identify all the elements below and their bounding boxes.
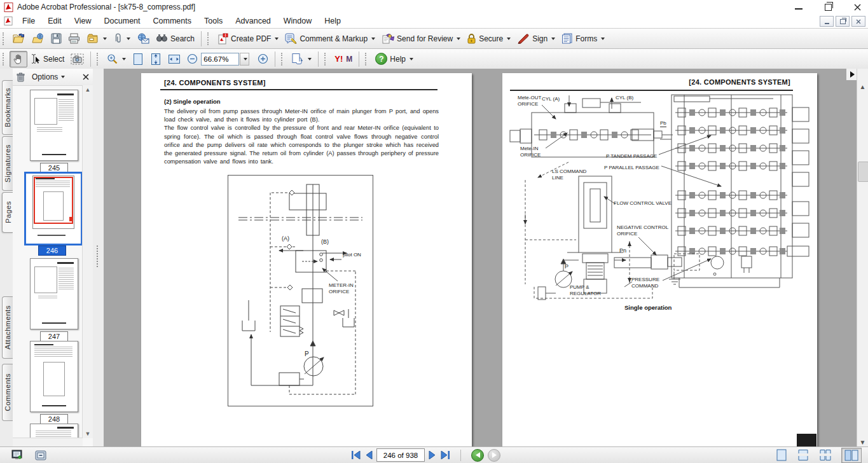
minimize-button[interactable] — [794, 3, 803, 11]
splitter-grip[interactable] — [97, 245, 100, 267]
panel-close-button[interactable] — [83, 74, 89, 80]
scroll-up-icon[interactable]: ▲ — [857, 81, 868, 92]
scrollbar-thumb[interactable] — [858, 162, 868, 182]
organizer-button[interactable] — [83, 31, 110, 46]
fit-page-button[interactable] — [147, 50, 165, 68]
toolbar-grip[interactable] — [365, 53, 369, 66]
save-button[interactable] — [48, 31, 65, 46]
document-scrollbar[interactable]: ▲ ▼ — [857, 69, 868, 447]
expand-panel-icon[interactable] — [846, 69, 857, 80]
toolbar-grip[interactable] — [281, 53, 286, 66]
send-review-label: Send for Review — [397, 34, 453, 43]
sidebar-tab-signatures[interactable]: Signatures — [2, 136, 13, 191]
scroll-up-icon[interactable]: ▲ — [83, 85, 92, 94]
zoom-level-dropdown[interactable] — [240, 53, 249, 66]
snapshot-button[interactable] — [67, 51, 87, 67]
create-pdf-button[interactable]: Create PDF — [214, 31, 282, 47]
help-button[interactable]: ? Help — [372, 50, 417, 67]
thumbnail-248[interactable]: 248 — [30, 341, 78, 424]
send-review-dropdown-arrow — [457, 38, 460, 40]
open-button[interactable] — [10, 31, 29, 46]
ls-command-line-label: LS COMMAND LINE — [552, 169, 586, 181]
close-button[interactable] — [853, 3, 862, 11]
thumbnail-preview — [32, 176, 74, 229]
page-layout-button[interactable] — [288, 50, 315, 67]
page-number-input[interactable] — [376, 448, 425, 462]
doc-restore-button[interactable] — [836, 16, 850, 27]
continuous-icon[interactable] — [797, 448, 809, 462]
title-bar: Adobe Acrobat Professional - [sk75-8_com… — [0, 0, 868, 15]
menu-help[interactable]: Help — [319, 15, 347, 27]
menu-view[interactable]: View — [69, 15, 97, 27]
first-page-icon[interactable] — [351, 451, 361, 459]
print-button[interactable] — [65, 31, 83, 46]
page-header: [24. COMPONENTS SYSTEM] — [689, 78, 790, 86]
trash-icon[interactable] — [17, 73, 25, 82]
toolbar-grip[interactable] — [3, 32, 7, 45]
page-247: [24. COMPONENTS SYSTEM] — [502, 73, 817, 447]
prev-page-icon[interactable] — [365, 451, 373, 459]
zoom-plus-button[interactable] — [254, 51, 272, 67]
ym-button[interactable]: Y!M — [331, 52, 355, 66]
pump-regulator-label: PUMP & REGULATOR — [570, 284, 601, 296]
restore-button[interactable] — [823, 3, 832, 11]
options-menu-button[interactable]: Options — [30, 71, 67, 83]
zoom-out-button[interactable] — [184, 51, 201, 67]
doc-close-button[interactable] — [851, 16, 865, 27]
thumbnail-hscrollbar[interactable] — [13, 438, 83, 447]
paragraph-2: The flow control valve is controlled by … — [164, 124, 439, 166]
document-status-icon[interactable] — [11, 450, 22, 460]
pages-panel: Options 245 — [13, 69, 93, 447]
hand-tool-button[interactable] — [10, 51, 27, 67]
thumbnail-scrollbar[interactable]: ▲ ▼ — [82, 85, 93, 438]
facing-pages-icon[interactable] — [841, 448, 862, 463]
sidebar-tab-comments[interactable]: Comments — [2, 364, 13, 421]
toolbar-grip[interactable] — [97, 53, 101, 66]
menu-document[interactable]: Document — [99, 15, 146, 27]
last-page-icon[interactable] — [440, 451, 450, 459]
doc-minimize-button[interactable] — [820, 16, 834, 27]
sign-button[interactable]: Sign — [514, 31, 558, 46]
panel-splitter[interactable] — [93, 69, 104, 447]
single-page-icon[interactable] — [775, 448, 788, 462]
drawer-status-icon[interactable] — [35, 450, 46, 460]
attach-button[interactable] — [110, 31, 134, 47]
secure-button[interactable]: Secure — [464, 31, 514, 46]
menu-advanced[interactable]: Advanced — [230, 15, 277, 27]
menu-tools[interactable]: Tools — [198, 15, 228, 27]
menu-comments[interactable]: Comments — [148, 15, 197, 27]
menu-file[interactable]: File — [17, 15, 41, 27]
open-web-button[interactable] — [29, 31, 48, 46]
menu-window[interactable]: Window — [278, 15, 317, 27]
toolbar-grip[interactable] — [207, 32, 212, 45]
forms-button[interactable]: Forms — [558, 31, 608, 46]
thumbnail-246-selection[interactable] — [24, 172, 83, 245]
next-view-button[interactable] — [488, 449, 500, 462]
options-dropdown-arrow — [61, 76, 65, 78]
next-page-icon[interactable] — [429, 451, 436, 459]
scroll-down-icon[interactable]: ▼ — [857, 437, 868, 447]
continuous-facing-icon[interactable] — [818, 448, 832, 462]
actual-size-button[interactable] — [129, 50, 147, 68]
flow-control-valve-label: FLOW CONTROL VALVE — [614, 200, 672, 207]
fit-width-button[interactable] — [165, 51, 184, 67]
sidebar-tab-bookmarks[interactable]: Bookmarks — [2, 80, 13, 135]
menu-edit[interactable]: Edit — [42, 15, 67, 27]
thumbnail-partial[interactable] — [30, 424, 78, 438]
search-button[interactable]: Search — [153, 31, 198, 46]
thumbnail-247[interactable]: 247 — [30, 258, 78, 342]
previous-view-button[interactable] — [471, 449, 484, 462]
email-button[interactable] — [134, 31, 153, 46]
scroll-down-icon[interactable]: ▼ — [83, 429, 92, 438]
zoom-in-tool-button[interactable] — [104, 51, 129, 67]
sidebar-tab-pages[interactable]: Pages — [2, 192, 13, 233]
toolbar-grip[interactable] — [324, 53, 329, 66]
toolbar-grip[interactable] — [3, 53, 7, 66]
comment-markup-button[interactable]: Comment & Markup — [282, 31, 378, 46]
send-review-button[interactable]: Send for Review — [378, 31, 464, 46]
help-icon: ? — [375, 53, 387, 65]
thumbnail-245[interactable]: 245 — [30, 90, 78, 173]
select-tool-button[interactable]: Select — [27, 51, 67, 67]
sidebar-tab-attachments[interactable]: Attachments — [2, 296, 13, 359]
zoom-level-input[interactable] — [201, 53, 239, 66]
